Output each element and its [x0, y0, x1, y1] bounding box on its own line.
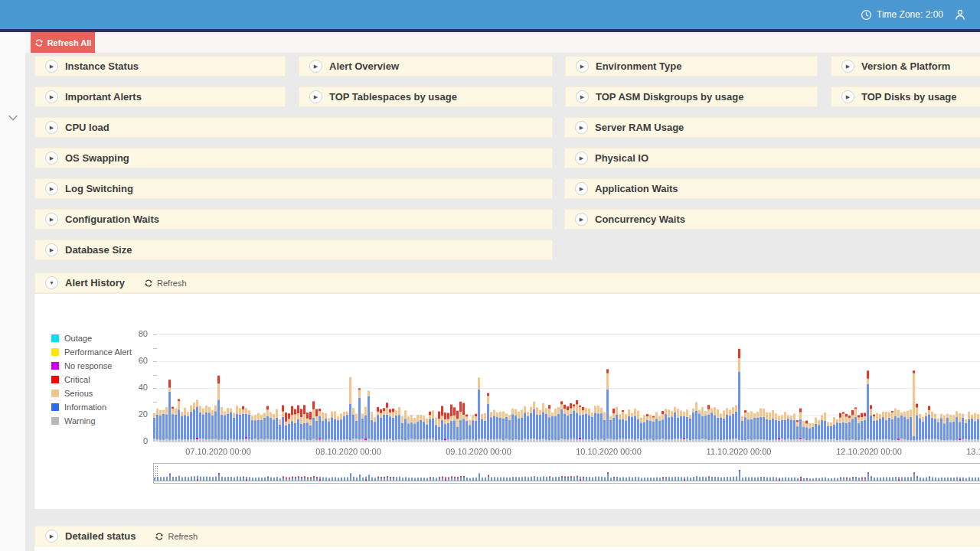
panel-title: Environment Type — [596, 60, 681, 72]
expand-icon[interactable]: ▶ — [841, 90, 854, 103]
panel-detailed-status[interactable]: ▶ Detailed status Refresh — [34, 526, 980, 546]
y-axis-tick-label: 80 — [125, 329, 148, 338]
legend-item[interactable]: No response — [51, 359, 132, 373]
detailed-status-refresh-link[interactable]: Refresh — [155, 532, 198, 541]
panel-title: Instance Status — [65, 60, 139, 72]
panel-version-platform[interactable]: ▶Version & Platform — [831, 56, 980, 77]
alert-history-refresh-link[interactable]: Refresh — [144, 279, 187, 288]
panel-title: TOP Tablespaces by usage — [329, 91, 457, 103]
panel-important-alerts[interactable]: ▶Important Alerts — [34, 86, 286, 107]
x-axis-tick-label: 10.10.2020 00:00 — [576, 447, 642, 456]
panel-environment-type[interactable]: ▶Environment Type — [565, 56, 818, 77]
expand-icon[interactable]: ▶ — [309, 90, 322, 103]
clock-icon — [861, 9, 872, 21]
legend-label: Serious — [64, 389, 93, 398]
expand-icon[interactable]: ▶ — [45, 60, 58, 73]
panel-database-size[interactable]: ▶Database Size — [34, 240, 553, 260]
topbar: Time Zone: 2:00 — [0, 0, 980, 29]
sidebar-rail — [0, 32, 25, 551]
legend-item[interactable]: Information — [51, 400, 132, 414]
expand-icon[interactable]: ▶ — [45, 530, 58, 543]
legend-label: Information — [64, 403, 106, 412]
expand-icon[interactable]: ▶ — [45, 213, 58, 226]
legend-swatch — [51, 348, 59, 356]
panel-title: Application Waits — [595, 183, 678, 194]
chart-navigator-canvas[interactable] — [154, 464, 980, 483]
x-axis-tick-label: 12.10.2020 00:00 — [836, 447, 902, 456]
toolbar: Refresh All — [0, 32, 980, 53]
y-axis-tick-label: 60 — [125, 356, 148, 365]
panel-configuration-waits[interactable]: ▶Configuration Waits — [34, 209, 553, 230]
x-axis-tick-label: 13.10.2020 00:00 — [966, 447, 980, 456]
expand-icon[interactable]: ▶ — [309, 60, 322, 73]
panel-top-asm-diskgroups[interactable]: ▶TOP ASM Diskgroups by usage — [565, 86, 818, 107]
panel-instance-status[interactable]: ▶Instance Status — [34, 56, 286, 77]
panel-cpu-load[interactable]: ▶CPU load — [34, 117, 553, 138]
legend-swatch — [51, 334, 59, 342]
panel-title: Alert Overview — [329, 60, 399, 72]
legend-item[interactable]: Performance Alert — [51, 345, 132, 359]
collapse-icon[interactable]: ▼ — [45, 276, 58, 289]
legend-item[interactable]: Outage — [51, 331, 132, 345]
timezone-label: Time Zone: 2:00 — [877, 9, 943, 20]
alert-history-body: OutagePerformance AlertNo responseCritic… — [34, 294, 980, 509]
panel-title: Important Alerts — [65, 91, 142, 103]
refresh-label: Refresh — [168, 532, 198, 541]
legend-swatch — [51, 403, 59, 411]
expand-icon[interactable]: ▶ — [45, 90, 58, 103]
refresh-icon — [144, 279, 153, 288]
refresh-label: Refresh — [157, 279, 187, 288]
panel-top-tablespaces[interactable]: ▶TOP Tablespaces by usage — [299, 86, 553, 107]
legend-swatch — [51, 417, 59, 425]
user-icon[interactable] — [954, 8, 966, 21]
panel-title: CPU load — [65, 122, 109, 133]
panel-title: Database Size — [65, 244, 132, 256]
y-axis-tick-label: 40 — [125, 383, 148, 392]
panel-server-ram[interactable]: ▶Server RAM Usage — [564, 117, 980, 138]
panel-alert-overview[interactable]: ▶Alert Overview — [299, 56, 553, 77]
panel-title: Server RAM Usage — [595, 122, 684, 133]
detailed-status-body — [34, 546, 980, 551]
legend-label: Critical — [64, 375, 90, 384]
expand-icon[interactable]: ▶ — [575, 152, 588, 165]
panel-title: Configuration Waits — [65, 214, 159, 225]
panel-log-switching[interactable]: ▶Log Switching — [34, 178, 553, 199]
x-axis-tick-label: 08.10.2020 00:00 — [315, 447, 381, 456]
panel-title: Log Switching — [65, 183, 133, 194]
legend-label: No response — [64, 361, 112, 370]
panel-physical-io[interactable]: ▶Physical IO — [564, 148, 980, 168]
panel-os-swapping[interactable]: ▶OS Swapping — [34, 148, 553, 168]
panel-concurrency-waits[interactable]: ▶Concurrency Waits — [564, 209, 980, 230]
panel-title: Alert History — [65, 277, 125, 289]
panel-title: OS Swapping — [65, 152, 129, 164]
panel-top-disks[interactable]: ▶TOP Disks by usage — [831, 86, 980, 107]
x-axis-tick-label: 11.10.2020 00:00 — [707, 447, 772, 456]
expand-icon[interactable]: ▶ — [45, 121, 58, 134]
expand-icon[interactable]: ▶ — [45, 182, 58, 195]
panel-title: Concurrency Waits — [595, 214, 685, 225]
refresh-all-label: Refresh All — [47, 38, 92, 47]
expand-icon[interactable]: ▶ — [576, 90, 589, 103]
expand-icon[interactable]: ▶ — [45, 152, 58, 165]
expand-icon[interactable]: ▶ — [841, 60, 854, 73]
refresh-all-button[interactable]: Refresh All — [31, 32, 95, 53]
y-axis-tick-label: 20 — [125, 409, 148, 419]
expand-icon[interactable]: ▶ — [575, 182, 588, 195]
refresh-icon — [34, 38, 44, 47]
expand-icon[interactable]: ▶ — [575, 213, 588, 226]
alert-history-chart[interactable] — [153, 321, 980, 448]
legend-item[interactable]: Warning — [51, 414, 132, 428]
chart-navigator[interactable] — [153, 463, 980, 484]
legend-swatch — [51, 362, 59, 370]
chevron-down-icon[interactable] — [8, 115, 18, 121]
legend-item[interactable]: Critical — [51, 373, 132, 386]
legend-item[interactable]: Serious — [51, 386, 132, 400]
panel-alert-history[interactable]: ▼ Alert History Refresh — [34, 272, 980, 293]
panel-title: Detailed status — [65, 530, 136, 542]
legend-swatch — [51, 390, 59, 397]
expand-icon[interactable]: ▶ — [45, 243, 58, 256]
panel-application-waits[interactable]: ▶Application Waits — [564, 178, 980, 199]
expand-icon[interactable]: ▶ — [576, 60, 589, 73]
legend-label: Performance Alert — [64, 347, 132, 357]
expand-icon[interactable]: ▶ — [575, 121, 588, 134]
